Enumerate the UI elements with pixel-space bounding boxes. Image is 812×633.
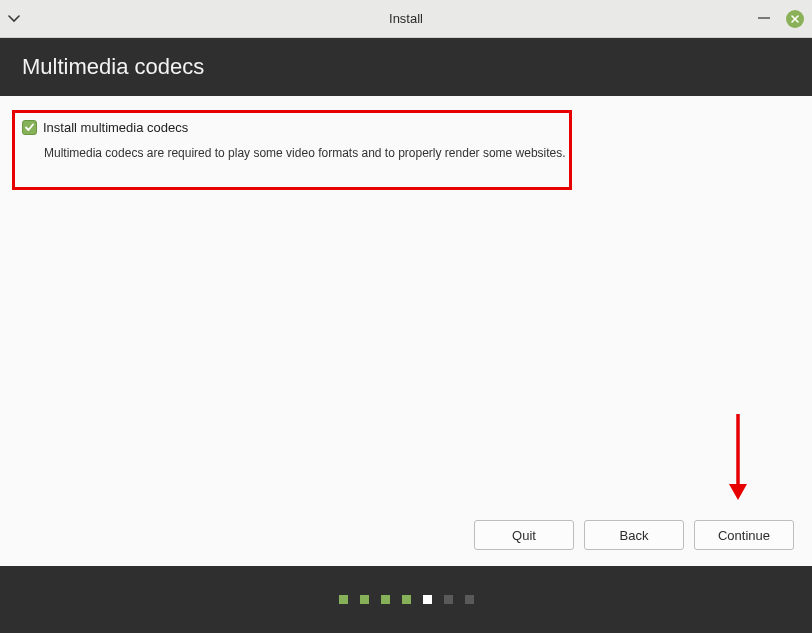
progress-dot: [381, 595, 390, 604]
back-button[interactable]: Back: [584, 520, 684, 550]
progress-dot-current: [423, 595, 432, 604]
progress-dot: [360, 595, 369, 604]
content-area: Install multimedia codecs Multimedia cod…: [0, 96, 812, 566]
progress-dot: [465, 595, 474, 604]
install-codecs-description: Multimedia codecs are required to play s…: [44, 146, 566, 160]
progress-dot: [402, 595, 411, 604]
progress-dot: [339, 595, 348, 604]
wizard-button-row: Quit Back Continue: [474, 520, 794, 550]
annotation-arrow-icon: [726, 412, 750, 506]
install-codecs-checkbox[interactable]: [22, 120, 37, 135]
install-codecs-label: Install multimedia codecs: [43, 120, 188, 135]
window-title: Install: [0, 11, 812, 26]
page-heading: Multimedia codecs: [22, 54, 204, 80]
close-icon[interactable]: [786, 10, 804, 28]
quit-button[interactable]: Quit: [474, 520, 574, 550]
continue-button[interactable]: Continue: [694, 520, 794, 550]
codec-option-row: Install multimedia codecs: [22, 120, 188, 135]
minimize-icon[interactable]: [758, 18, 772, 20]
progress-dot: [444, 595, 453, 604]
titlebar: Install: [0, 0, 812, 38]
menu-chevron-icon[interactable]: [8, 12, 20, 26]
page-header: Multimedia codecs: [0, 38, 812, 96]
progress-footer: [0, 566, 812, 633]
svg-marker-4: [729, 484, 747, 500]
